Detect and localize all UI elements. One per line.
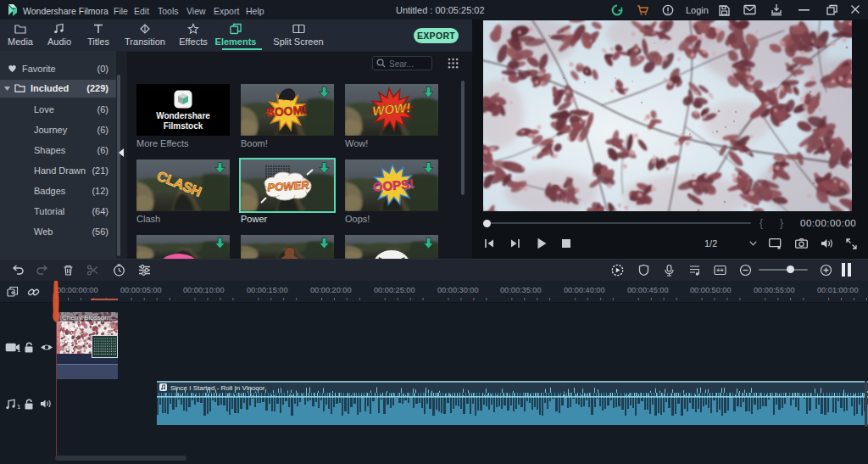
svg-text:OOPS!: OOPS! [372, 176, 415, 194]
svg-text:CLASH: CLASH [155, 168, 203, 198]
svg-text:BOOM!: BOOM! [265, 103, 307, 119]
